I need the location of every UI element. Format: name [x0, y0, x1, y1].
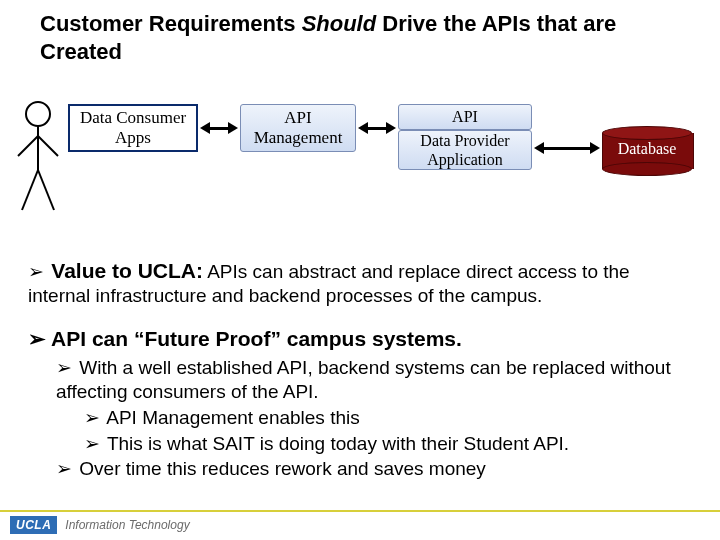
box-label: Data Consumer Apps [80, 108, 186, 149]
footer: UCLA Information Technology [10, 514, 190, 536]
database-label: Database [602, 140, 692, 158]
title-pre: Customer Requirements [40, 11, 302, 36]
chevron-icon: ➢ [84, 432, 102, 456]
box-data-provider-application: Data Provider Application [398, 130, 532, 170]
svg-line-4 [22, 170, 38, 210]
box-label: API Management [254, 108, 343, 149]
sub-bullet: ➢ Over time this reduces rework and save… [56, 457, 692, 481]
box-data-provider-group: API Data Provider Application [398, 100, 532, 166]
footer-divider [0, 510, 720, 512]
box-label: API [452, 107, 478, 126]
box-api: API [398, 104, 532, 130]
bullet-text: With a well established API, backend sys… [56, 357, 671, 402]
svg-point-0 [26, 102, 50, 126]
sub-sub-bullet: ➢ API Management enables this [84, 406, 692, 430]
chevron-icon: ➢ [56, 457, 74, 481]
bullet-text: This is what SAIT is doing today with th… [107, 433, 569, 454]
sub-bullet: ➢ With a well established API, backend s… [56, 356, 692, 404]
svg-line-3 [38, 136, 58, 156]
database-cylinder-icon: Database [602, 126, 692, 176]
bullet-value-to-ucla: ➢ Value to UCLA: APIs can abstract and r… [28, 258, 692, 308]
bullet-future-proof: ➢ API can “Future Proof” campus systems. [28, 326, 692, 352]
ucla-logo: UCLA [10, 516, 57, 534]
title-should: Should [302, 11, 377, 36]
slide: Customer Requirements Should Drive the A… [0, 0, 720, 540]
chevron-icon: ➢ [84, 406, 102, 430]
bullet-lead: Value to UCLA: [51, 259, 203, 282]
bullet-text: Over time this reduces rework and saves … [79, 458, 486, 479]
architecture-diagram: Data Consumer Apps API Management API Da… [0, 100, 720, 240]
slide-title: Customer Requirements Should Drive the A… [40, 10, 670, 65]
bullet-text: API Management enables this [106, 407, 360, 428]
sub-sub-bullet: ➢ This is what SAIT is doing today with … [84, 432, 692, 456]
box-data-consumer-apps: Data Consumer Apps [68, 104, 198, 152]
svg-line-5 [38, 170, 54, 210]
bullet-text: API can “Future Proof” campus systems. [51, 327, 462, 350]
user-icon [14, 100, 62, 220]
chevron-icon: ➢ [28, 260, 46, 284]
svg-line-2 [18, 136, 38, 156]
chevron-icon: ➢ [56, 356, 74, 380]
footer-text: Information Technology [65, 518, 189, 532]
body-text: ➢ Value to UCLA: APIs can abstract and r… [28, 258, 692, 483]
box-api-management: API Management [240, 104, 356, 152]
chevron-icon: ➢ [28, 326, 46, 352]
box-label: Data Provider Application [420, 131, 509, 169]
